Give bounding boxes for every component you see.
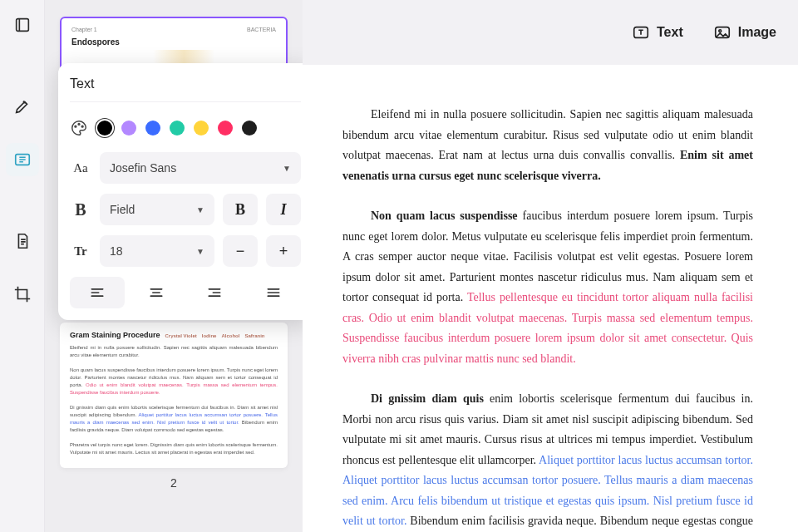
decrease-size-button[interactable]: − — [223, 235, 258, 267]
tool-crop[interactable] — [6, 278, 39, 311]
doc-paragraph-2: Non quam lacus suspendisse faucibus inte… — [342, 206, 753, 369]
document-page[interactable]: Eleifend mi in nulla posuere sollicitudi… — [303, 65, 798, 532]
insert-text-button[interactable]: Text — [632, 23, 683, 42]
swatch-pink[interactable] — [218, 121, 233, 135]
align-left-button[interactable] — [70, 277, 125, 308]
thumb-chapter: Chapter 1 — [71, 27, 97, 32]
palette-icon[interactable] — [70, 119, 88, 137]
font-size-select[interactable]: 18 ▼ — [100, 235, 214, 267]
italic-button[interactable]: I — [266, 194, 301, 225]
swatch-black[interactable] — [97, 121, 112, 135]
topbar: Text Image — [303, 0, 798, 65]
align-center-button[interactable] — [129, 277, 184, 308]
font-weight-icon: B — [70, 200, 91, 219]
increase-size-button[interactable]: + — [266, 235, 301, 267]
bold-button[interactable]: B — [223, 194, 258, 225]
chevron-down-icon: ▼ — [196, 247, 204, 256]
thumb2-title: Gram Staining Procedure — [70, 331, 160, 339]
doc-paragraph-3: Di gnissim diam quis enim lobortis scele… — [342, 389, 753, 532]
font-weight-select[interactable]: Field ▼ — [100, 194, 214, 225]
doc-paragraph-1: Eleifend mi in nulla posuere sollicitudi… — [342, 105, 753, 186]
main-area: Text Image Eleifend mi in nulla posuere … — [303, 0, 798, 532]
text-properties-panel: Text Aa Josefin Sans ▼ — [58, 63, 303, 320]
thumb-section: BACTERIA — [247, 27, 276, 32]
align-justify-button[interactable] — [246, 277, 301, 308]
svg-point-4 — [81, 126, 83, 127]
font-family-select[interactable]: Josefin Sans ▼ — [100, 152, 301, 184]
chevron-down-icon: ▼ — [283, 164, 291, 173]
insert-image-label: Image — [738, 25, 776, 40]
swatch-blue[interactable] — [145, 121, 160, 135]
color-swatches-row — [70, 119, 301, 137]
font-size-value: 18 — [110, 244, 123, 258]
insert-text-label: Text — [657, 25, 683, 40]
page-thumbnail-2[interactable]: Gram Staining Procedure Crystal Violet I… — [60, 323, 288, 468]
tool-text[interactable] — [6, 143, 39, 176]
swatch-teal[interactable] — [170, 121, 185, 135]
svg-rect-0 — [16, 19, 28, 32]
tool-highlighter[interactable] — [6, 90, 39, 123]
alignment-row — [70, 277, 301, 308]
panel-title: Text — [70, 76, 301, 102]
chevron-down-icon: ▼ — [196, 205, 204, 214]
font-family-icon: Aa — [70, 161, 91, 175]
font-weight-value: Field — [110, 203, 135, 216]
svg-point-3 — [78, 124, 80, 126]
thumb2-legend: Crystal Violet Iodine Alcohol Safranin — [165, 333, 265, 338]
swatch-dark[interactable] — [242, 121, 257, 135]
thumb-page-number: 2 — [60, 476, 288, 490]
tool-document[interactable] — [6, 224, 39, 258]
thumbnail-column: Chapter 1 BACTERIA Endospores Gram Stain… — [45, 0, 303, 532]
insert-image-button[interactable]: Image — [713, 23, 776, 42]
swatch-purple[interactable] — [121, 121, 136, 135]
thumb-title: Endospores — [71, 37, 276, 47]
font-size-icon: Tr — [70, 244, 91, 259]
swatch-yellow[interactable] — [194, 121, 209, 135]
thumb2-body: Eleifend mi in nulla posuere sollicitudi… — [70, 344, 278, 456]
svg-point-2 — [75, 126, 76, 127]
align-right-button[interactable] — [187, 277, 242, 308]
tool-book[interactable] — [6, 8, 39, 42]
left-toolbar — [0, 0, 45, 532]
svg-point-19 — [719, 30, 722, 32]
font-family-value: Josefin Sans — [110, 161, 176, 175]
